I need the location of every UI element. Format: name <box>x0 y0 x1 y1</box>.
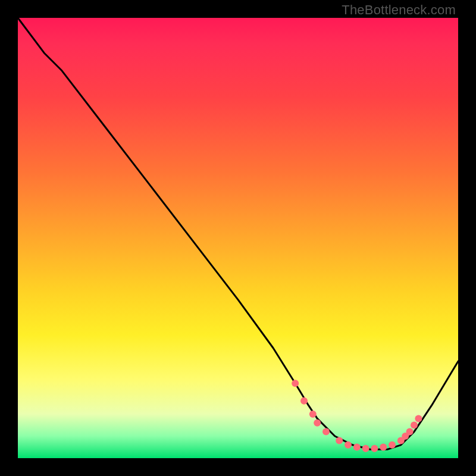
curve-marker <box>362 445 369 452</box>
curve-layer <box>18 18 458 458</box>
curve-marker <box>336 437 343 444</box>
curve-marker <box>389 441 396 449</box>
curve-marker <box>411 422 418 429</box>
curve-marker <box>314 419 321 427</box>
curve-markers <box>292 380 422 452</box>
curve-marker <box>309 411 317 418</box>
curve-marker <box>322 428 330 436</box>
chart-frame: TheBottleneck.com <box>0 0 476 476</box>
curve-marker <box>353 444 361 451</box>
curve-marker <box>300 397 308 405</box>
curve-marker <box>415 415 422 422</box>
watermark-label: TheBottleneck.com <box>342 2 456 18</box>
plot-area <box>18 18 458 458</box>
bottleneck-curve <box>18 18 458 449</box>
curve-marker <box>292 380 299 387</box>
curve-marker <box>380 444 387 451</box>
curve-marker <box>406 428 414 436</box>
curve-marker <box>345 441 352 449</box>
curve-marker <box>371 445 378 452</box>
